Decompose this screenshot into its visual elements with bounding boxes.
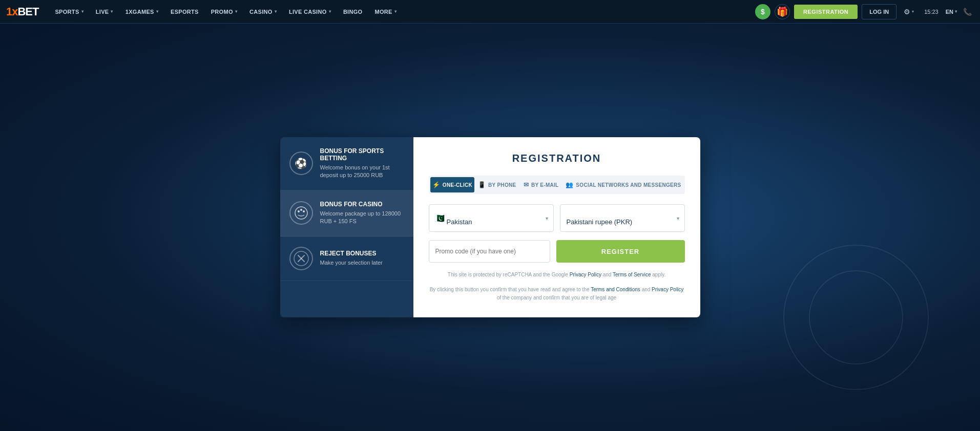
registration-tabs: ⚡ ONE-CLICK 📱 BY PHONE ✉ BY E-MAIL 👥 SOC… xyxy=(429,176,685,194)
chevron-down-icon: ▾ xyxy=(81,9,84,14)
settings-button[interactable]: ⚙ ▾ xyxy=(901,8,917,16)
main-content: ⚽ Bonus for sports betting Welcome bonus… xyxy=(0,24,980,431)
casino-bonus-desc: Welcome package up to 128000 RUB + 150 F… xyxy=(320,210,404,226)
privacy-policy-link[interactable]: Privacy Policy xyxy=(570,272,601,277)
nav-item-live-casino[interactable]: LIVE CASINO ▾ xyxy=(283,0,337,24)
country-currency-row: Select country 🇵🇰 Pakistan ▾ Pakistan Se… xyxy=(429,204,685,232)
gear-icon: ⚙ xyxy=(904,8,910,16)
nav-item-esports[interactable]: ESPORTS xyxy=(164,0,205,24)
phone-icon-btn[interactable]: 📞 xyxy=(961,8,974,16)
tab-by-email[interactable]: ✉ BY E-MAIL xyxy=(519,177,562,192)
bonus-item-reject[interactable]: Reject bonuses Make your selection later xyxy=(280,236,413,281)
svg-point-3 xyxy=(303,210,305,212)
nav-item-1xgames[interactable]: 1XGAMES ▾ xyxy=(119,0,164,24)
nav-item-sports[interactable]: SPORTS ▾ xyxy=(49,0,89,24)
gift-icon-btn[interactable]: 🎁 xyxy=(775,4,790,19)
chevron-down-icon: ▾ xyxy=(111,9,113,14)
casino-bonus-title: Bonus for casino xyxy=(320,201,404,208)
bonus-panel: ⚽ Bonus for sports betting Welcome bonus… xyxy=(280,137,413,317)
casino-bonus-icon xyxy=(289,201,313,225)
casino-bonus-text: Bonus for casino Welcome package up to 1… xyxy=(320,201,404,226)
country-select-group: Select country 🇵🇰 Pakistan ▾ Pakistan xyxy=(429,204,554,232)
nav-item-more[interactable]: MORE ▾ xyxy=(368,0,403,24)
chevron-down-icon: ▾ xyxy=(955,9,957,14)
sports-bonus-title: Bonus for sports betting xyxy=(320,147,404,162)
sports-bonus-desc: Welcome bonus on your 1st deposit up to … xyxy=(320,164,404,180)
chevron-down-icon: ▾ xyxy=(235,9,237,14)
nav-right: $ 🎁 REGISTRATION LOG IN ⚙ ▾ 15:23 EN ▾ 📞 xyxy=(755,4,974,19)
clock-display: 15:23 xyxy=(921,9,942,15)
register-button[interactable]: REGISTRATION xyxy=(794,5,858,19)
nav-item-promo[interactable]: PROMO ▾ xyxy=(205,0,243,24)
svg-point-2 xyxy=(300,209,302,211)
register-main-button[interactable]: REGISTER xyxy=(556,240,685,263)
reject-bonus-desc: Make your selection later xyxy=(320,259,383,267)
currency-select-group: Select currency Pakistani rupee (PKR) ▾ … xyxy=(560,204,685,232)
tab-social[interactable]: 👥 SOCIAL NETWORKS AND MESSENGERS xyxy=(564,177,683,192)
bonus-item-casino[interactable]: Bonus for casino Welcome package up to 1… xyxy=(280,190,413,236)
lightning-icon: ⚡ xyxy=(432,181,440,188)
registration-panel: REGISTRATION ⚡ ONE-CLICK 📱 BY PHONE ✉ BY… xyxy=(413,137,700,317)
login-button[interactable]: LOG IN xyxy=(862,4,896,19)
registration-title: REGISTRATION xyxy=(429,153,685,164)
terms-notice: By clicking this button you confirm that… xyxy=(429,286,685,302)
promo-code-input[interactable] xyxy=(429,240,550,263)
social-icon: 👥 xyxy=(566,181,573,188)
language-selector[interactable]: EN ▾ xyxy=(946,9,957,15)
reject-bonus-text: Reject bonuses Make your selection later xyxy=(320,250,383,267)
email-icon: ✉ xyxy=(524,181,529,188)
wallet-icon-btn[interactable]: $ xyxy=(755,4,770,19)
modal-wrapper: ⚽ Bonus for sports betting Welcome bonus… xyxy=(280,137,700,317)
sports-bonus-text: Bonus for sports betting Welcome bonus o… xyxy=(320,147,404,180)
sports-bonus-icon: ⚽ xyxy=(289,152,313,175)
svg-point-0 xyxy=(295,207,307,219)
reject-bonus-title: Reject bonuses xyxy=(320,250,383,257)
tab-by-phone[interactable]: 📱 BY PHONE xyxy=(475,177,518,192)
terms-of-service-link[interactable]: Terms of Service xyxy=(613,272,651,277)
logo-text: 1xBET xyxy=(6,5,38,18)
reject-bonus-icon xyxy=(289,247,313,270)
promo-register-row: REGISTER xyxy=(429,240,685,263)
bonus-item-sports[interactable]: ⚽ Bonus for sports betting Welcome bonus… xyxy=(280,137,413,190)
terms-conditions-link[interactable]: Terms and Conditions xyxy=(591,287,640,292)
chevron-down-icon: ▾ xyxy=(156,9,158,14)
nav-item-bingo[interactable]: BINGO xyxy=(337,0,369,24)
nav-item-casino[interactable]: CASINO ▾ xyxy=(243,0,283,24)
chevron-down-icon: ▾ xyxy=(275,9,277,14)
svg-point-1 xyxy=(298,210,300,212)
recaptcha-notice: This site is protected by reCAPTCHA and … xyxy=(429,271,685,278)
logo[interactable]: 1xBET xyxy=(6,5,38,18)
privacy-policy-link2[interactable]: Privacy Policy xyxy=(652,287,683,292)
phone-tab-icon: 📱 xyxy=(478,181,486,188)
chevron-down-icon: ▾ xyxy=(394,9,397,14)
nav-item-live[interactable]: LIVE ▾ xyxy=(90,0,119,24)
nav-items: SPORTS ▾ LIVE ▾ 1XGAMES ▾ ESPORTS PROMO … xyxy=(49,0,755,24)
chevron-down-icon: ▾ xyxy=(329,9,331,14)
navbar: 1xBET SPORTS ▾ LIVE ▾ 1XGAMES ▾ ESPORTS … xyxy=(0,0,980,24)
chevron-down-icon: ▾ xyxy=(912,9,914,14)
tab-one-click[interactable]: ⚡ ONE-CLICK xyxy=(430,177,475,192)
